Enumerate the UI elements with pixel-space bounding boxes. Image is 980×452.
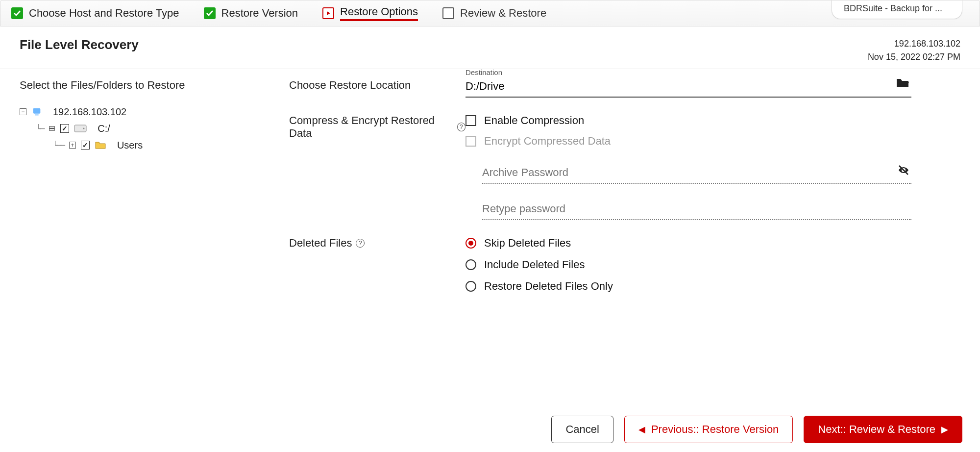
empty-checkbox-icon xyxy=(442,7,454,19)
tree-checkbox[interactable] xyxy=(60,124,69,133)
destination-caption: Destination xyxy=(466,68,502,76)
expand-icon[interactable]: + xyxy=(69,142,76,149)
host-icon xyxy=(31,106,42,117)
file-tree: − 192.168.103.102 └─ C:/ └── + xyxy=(20,103,274,153)
eye-off-icon[interactable] xyxy=(897,164,910,178)
checkbox-icon xyxy=(466,115,476,126)
button-label: Previous:: Restore Version xyxy=(651,423,779,436)
meta-timestamp: Nov 15, 2022 02:27 PM xyxy=(868,50,960,64)
tree-connector-icon: └── xyxy=(53,141,64,150)
checkbox-label: Enable Compression xyxy=(484,114,584,127)
previous-button[interactable]: ◀ Previous:: Restore Version xyxy=(624,416,793,443)
main-area: Select the Files/Folders to Restore − 19… xyxy=(0,69,980,318)
radio-include-deleted[interactable]: Include Deleted Files xyxy=(466,258,911,271)
page-meta: 192.168.103.102 Nov 15, 2022 02:27 PM xyxy=(868,37,960,64)
step-review-restore[interactable]: Review & Restore xyxy=(442,7,546,20)
step-label: Restore Options xyxy=(340,5,418,21)
chevron-left-icon: ◀ xyxy=(638,424,645,435)
archive-password-field xyxy=(482,166,911,184)
tree-folder-label: Users xyxy=(117,140,143,151)
play-icon xyxy=(322,7,334,19)
button-label: Next:: Review & Restore xyxy=(818,423,935,436)
tree-drive-row[interactable]: └─ C:/ xyxy=(20,120,274,137)
tree-connector-icon: └─ xyxy=(36,124,44,133)
checkbox-label: Encrypt Compressed Data xyxy=(484,135,611,148)
svg-marker-0 xyxy=(327,11,330,15)
svg-point-4 xyxy=(83,128,85,129)
radio-label: Skip Deleted Files xyxy=(484,237,571,250)
help-icon[interactable]: ? xyxy=(356,239,365,248)
restore-location-label: Choose Restore Location xyxy=(289,79,466,92)
checkbox-encrypt-compressed: Encrypt Compressed Data xyxy=(466,135,911,148)
tree-root-row[interactable]: − 192.168.103.102 xyxy=(20,103,274,120)
checkbox-enable-compression[interactable]: Enable Compression xyxy=(466,114,911,127)
row-deleted-files: Deleted Files ? Skip Deleted Files Inclu… xyxy=(289,237,911,301)
tree-root-label: 192.168.103.102 xyxy=(53,106,126,118)
deleted-files-label: Deleted Files xyxy=(289,237,352,250)
step-label: Review & Restore xyxy=(460,7,546,20)
browse-folder-icon[interactable] xyxy=(896,77,909,90)
radio-icon xyxy=(466,238,476,249)
svg-rect-1 xyxy=(33,108,41,114)
check-icon xyxy=(11,7,23,19)
page-title: File Level Recovery xyxy=(20,37,139,52)
archive-password-input[interactable] xyxy=(482,166,911,184)
page-header: File Level Recovery 192.168.103.102 Nov … xyxy=(0,26,980,69)
row-compress-encrypt: Compress & Encrypt Restored Data ? Enabl… xyxy=(289,114,911,220)
radio-label: Restore Deleted Files Only xyxy=(484,280,613,293)
meta-host: 192.168.103.102 xyxy=(868,37,960,50)
app-tab[interactable]: BDRSuite - Backup for ... xyxy=(832,0,962,19)
tree-drive-label: C:/ xyxy=(98,123,110,134)
tree-subtitle: Select the Files/Folders to Restore xyxy=(20,79,274,92)
step-label: Choose Host and Restore Type xyxy=(29,7,179,20)
wizard-stepper: Choose Host and Restore Type Restore Ver… xyxy=(0,0,980,26)
folder-icon xyxy=(95,141,106,150)
radio-skip-deleted[interactable]: Skip Deleted Files xyxy=(466,237,911,250)
destination-input[interactable] xyxy=(466,79,911,98)
svg-rect-2 xyxy=(35,115,38,116)
left-panel: Select the Files/Folders to Restore − 19… xyxy=(20,79,274,318)
checkbox-icon xyxy=(466,136,476,147)
collapse-icon[interactable]: − xyxy=(20,108,26,115)
compress-encrypt-label: Compress & Encrypt Restored Data xyxy=(289,114,453,140)
button-label: Cancel xyxy=(565,423,599,436)
step-choose-host[interactable]: Choose Host and Restore Type xyxy=(11,7,179,20)
check-icon xyxy=(204,7,216,19)
cancel-button[interactable]: Cancel xyxy=(551,416,613,443)
chevron-right-icon: ▶ xyxy=(941,424,948,435)
radio-icon xyxy=(466,281,476,292)
step-restore-options[interactable]: Restore Options xyxy=(322,5,418,21)
right-panel: Choose Restore Location Destination Comp… xyxy=(289,79,960,318)
help-icon[interactable]: ? xyxy=(457,123,466,131)
row-restore-location: Choose Restore Location Destination xyxy=(289,79,911,98)
radio-icon xyxy=(466,259,476,270)
retype-password-input[interactable] xyxy=(482,202,911,220)
tree-folder-row[interactable]: └── + Users xyxy=(20,137,274,153)
app-tab-label: BDRSuite - Backup for ... xyxy=(844,3,942,13)
radio-restore-deleted-only[interactable]: Restore Deleted Files Only xyxy=(466,280,911,293)
collapse-icon[interactable] xyxy=(49,125,55,132)
next-button[interactable]: Next:: Review & Restore ▶ xyxy=(804,416,962,443)
wizard-footer: Cancel ◀ Previous:: Restore Version Next… xyxy=(551,416,962,443)
step-label: Restore Version xyxy=(221,7,298,20)
tree-checkbox[interactable] xyxy=(81,141,90,150)
radio-label: Include Deleted Files xyxy=(484,258,585,271)
retype-password-field xyxy=(482,202,911,220)
drive-icon xyxy=(74,125,87,132)
step-restore-version[interactable]: Restore Version xyxy=(204,7,298,20)
